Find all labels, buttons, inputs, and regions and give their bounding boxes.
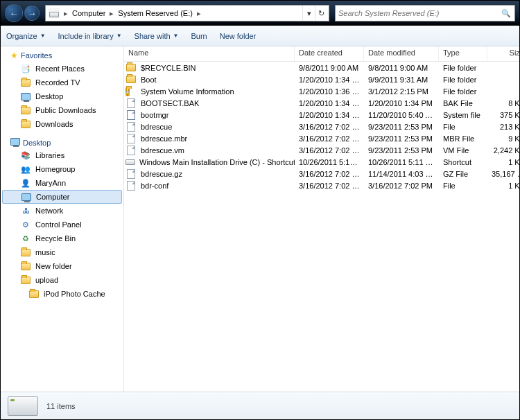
new-folder-button[interactable]: New folder: [220, 32, 257, 40]
breadcrumb-part[interactable]: System Reserved (E:): [116, 9, 194, 17]
folder-icon: [20, 274, 31, 286]
breadcrumb-part[interactable]: Computer: [71, 9, 107, 17]
drive-icon: [8, 396, 38, 416]
file-type: MBR File: [439, 132, 487, 145]
control-icon: ⚙: [20, 219, 31, 230]
forward-button[interactable]: →: [24, 6, 40, 21]
tree-item-label: Network: [35, 207, 63, 215]
file-date-modified: 9/23/2011 2:53 PM: [364, 132, 439, 145]
tree-item-label: iPod Photo Cache: [44, 290, 105, 298]
col-date-created[interactable]: Date created: [295, 46, 364, 61]
tree-item[interactable]: Desktop: [2, 89, 122, 103]
tree-item-label: Recent Places: [35, 64, 85, 73]
include-in-library-button[interactable]: Include in library▼: [58, 32, 122, 40]
tree-item[interactable]: ⚙Control Panel: [2, 218, 122, 231]
file-date-created: 3/16/2012 7:02 PM: [295, 144, 364, 157]
tree-item[interactable]: iPod Photo Cache: [2, 287, 122, 301]
nav-tree[interactable]: ★Favorites📑Recent PlacesRecorded TVDeskt…: [1, 46, 124, 392]
tree-item[interactable]: Computer: [2, 190, 122, 204]
file-icon: [125, 180, 137, 191]
network-icon: 🖧: [20, 205, 31, 216]
tree-item[interactable]: New folder: [2, 259, 122, 273]
file-size: 375 KB: [487, 109, 519, 121]
file-name: bootmgr: [141, 111, 168, 119]
file-icon: [125, 98, 137, 109]
tree-item-label: Control Panel: [35, 220, 82, 229]
folder-icon: [20, 247, 31, 258]
file-type: VM File: [439, 144, 487, 157]
file-size: 213 KB: [487, 121, 519, 133]
chevron-right-icon[interactable]: ▸: [61, 9, 71, 18]
body-pane: ★Favorites📑Recent PlacesRecorded TVDeskt…: [1, 46, 519, 392]
tree-item-label: Homegroup: [35, 165, 75, 173]
tree-item-label: Downloads: [35, 120, 73, 128]
file-date-created: 3/16/2012 7:02 PM: [295, 132, 364, 145]
tree-item[interactable]: ♻Recycle Bin: [2, 231, 122, 245]
file-date-modified: 9/8/2011 9:00 AM: [364, 62, 439, 74]
search-icon: 🔍: [501, 9, 512, 18]
file-list[interactable]: Name Date created Date modified Type Siz…: [124, 46, 519, 392]
file-name: bdrescue: [141, 123, 172, 131]
file-type: File folder: [439, 62, 487, 74]
file-date-created: 1/20/2010 1:34 PM: [295, 109, 364, 121]
search-input[interactable]: [338, 9, 501, 17]
desktop-icon: [20, 91, 31, 102]
status-bar: 11 items: [1, 392, 519, 419]
share-with-button[interactable]: Share with▼: [135, 32, 179, 40]
tree-item[interactable]: 📚Libraries: [2, 148, 122, 162]
tree-item[interactable]: Downloads: [2, 117, 122, 131]
tree-item[interactable]: upload: [2, 273, 122, 287]
back-button[interactable]: ←: [5, 4, 23, 22]
share-label: Share with: [135, 32, 171, 40]
burn-button[interactable]: Burn: [191, 32, 207, 40]
user-icon: 👤: [20, 177, 31, 189]
tree-item-label: Desktop: [35, 92, 63, 100]
file-type: File folder: [439, 85, 487, 98]
file-size: 35,167 KB: [487, 168, 519, 180]
folder-icon: [28, 288, 40, 299]
file-date-modified: 9/9/2011 9:31 AM: [364, 73, 439, 86]
col-date-modified[interactable]: Date modified: [364, 46, 439, 61]
col-size[interactable]: Size: [487, 46, 519, 61]
folder-icon: [20, 77, 31, 88]
file-date-created: 9/8/2011 9:00 AM: [295, 62, 364, 74]
recent-icon: 📑: [20, 63, 31, 74]
file-type: System file: [439, 109, 487, 121]
tree-item-label: Recycle Bin: [35, 234, 76, 243]
chevron-right-icon[interactable]: ▸: [194, 9, 204, 18]
file-row[interactable]: bdr-conf 3/16/2012 7:02 PM 3/16/2012 7:0…: [124, 180, 519, 191]
organize-button[interactable]: Organize▼: [6, 32, 46, 40]
file-icon: [125, 121, 137, 132]
nav-bar: ← → ▸ Computer ▸ System Reserved (E:) ▸ …: [1, 1, 519, 26]
file-icon: [125, 133, 137, 144]
chevron-down-icon: ▼: [173, 33, 179, 39]
file-date-modified: 11/14/2011 4:03 PM: [364, 168, 439, 180]
tree-item[interactable]: 👤MaryAnn: [2, 176, 122, 190]
file-date-created: 10/26/2011 5:11 PM: [295, 156, 364, 168]
col-name[interactable]: Name: [124, 46, 295, 61]
tree-item[interactable]: 👥Homegroup: [2, 162, 122, 176]
newfolder-label: New folder: [220, 32, 257, 40]
tree-item[interactable]: Public Downloads: [2, 103, 122, 117]
tree-group-header[interactable]: ★Favorites: [2, 49, 122, 62]
file-size: 9 KB: [487, 132, 519, 145]
chevron-right-icon[interactable]: ▸: [107, 9, 116, 18]
tree-item[interactable]: Recorded TV: [2, 76, 122, 89]
file-type: Shortcut: [439, 156, 487, 168]
col-type[interactable]: Type: [439, 46, 487, 61]
tree-item[interactable]: music: [2, 245, 122, 259]
tree-item[interactable]: 🖧Network: [2, 204, 122, 218]
status-text: 11 items: [46, 402, 76, 410]
breadcrumb-dropdown[interactable]: ▾: [302, 6, 315, 21]
search-box[interactable]: 🔍: [335, 5, 515, 21]
libraries-icon: 📚: [20, 150, 31, 161]
file-type: GZ File: [439, 168, 487, 180]
file-rows: $RECYCLE.BIN 9/8/2011 9:00 AM 9/8/2011 9…: [124, 62, 519, 191]
tree-group-header[interactable]: Desktop: [2, 137, 122, 148]
file-icon: [125, 168, 137, 180]
breadcrumb[interactable]: ▸ Computer ▸ System Reserved (E:) ▸ ▾ ↻: [45, 5, 329, 21]
tree-item-label: New folder: [35, 262, 72, 270]
tree-item[interactable]: 📑Recent Places: [2, 62, 122, 76]
refresh-button[interactable]: ↻: [315, 6, 327, 21]
drive-icon: [49, 8, 60, 19]
